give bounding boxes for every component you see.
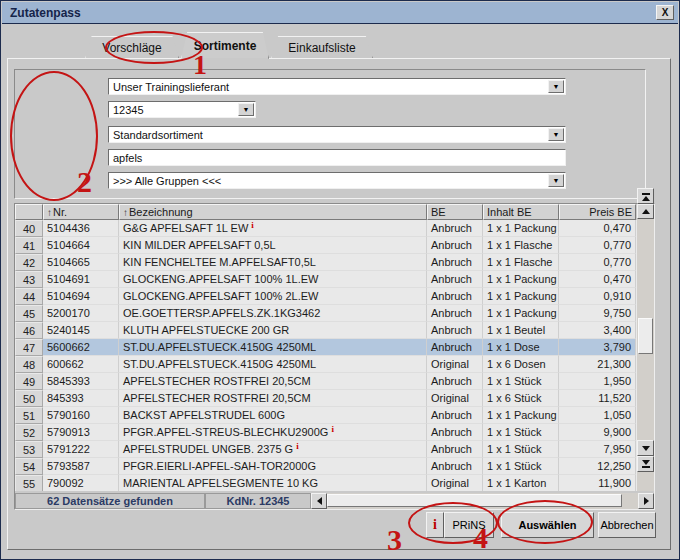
vertical-scroll-thumb[interactable] — [638, 318, 653, 354]
horizontal-scrollbar[interactable] — [327, 493, 638, 509]
cell-nr: 5845393 — [43, 373, 119, 390]
cell-preis-be: 9,900 — [559, 424, 636, 441]
kundennr-select[interactable]: 12345 ▼ — [108, 101, 256, 118]
cell-be: Anbruch — [427, 424, 483, 441]
table-row[interactable]: 49 5845393 APFELSTECHER ROSTFREI 20,5CM … — [15, 373, 637, 390]
sortiment-value: Standardsortiment — [113, 129, 203, 141]
cell-inhalt-be: 1 x 6 Dosen — [483, 356, 559, 373]
header-nr[interactable]: ↑Nr. — [43, 204, 119, 220]
row-number-cell[interactable]: 54 — [15, 458, 43, 475]
table-row[interactable]: 55 790092 MARIENTAL APFELSEGMENTE 10 KG … — [15, 475, 637, 491]
scroll-right-icon[interactable] — [638, 493, 654, 509]
prins-button-label: PRiNS — [452, 519, 485, 531]
row-number-cell[interactable]: 53 — [15, 441, 43, 458]
header-preis-be[interactable]: Preis BE — [559, 204, 636, 220]
table-row[interactable]: 54 5793587 PFGR.EIERLI-APFEL-SAH-TOR2000… — [15, 458, 637, 475]
horizontal-scroll-thumb[interactable] — [327, 494, 622, 507]
row-number-cell[interactable]: 51 — [15, 407, 43, 424]
table-row[interactable]: 53 5791222 APFELSTRUDEL UNGEB. 2375 Gi A… — [15, 441, 637, 458]
scroll-to-bottom-icon[interactable] — [637, 456, 654, 472]
cell-be: Anbruch — [427, 373, 483, 390]
cell-inhalt-be: 1 x 1 Packung — [483, 271, 559, 288]
cell-bezeichnung: BACKST APFELSTRUDEL 600G — [119, 407, 427, 424]
table-header: ↑Nr. ↑Bezeichnung BE Inhalt BE Preis BE — [15, 204, 637, 220]
auswaehlen-button[interactable]: Auswählen — [501, 512, 594, 538]
row-number-cell[interactable]: 42 — [15, 254, 43, 271]
cell-inhalt-be: 1 x 1 Flasche — [483, 254, 559, 271]
cell-be: Anbruch — [427, 458, 483, 475]
search-input[interactable]: apfels — [108, 149, 566, 166]
table-row[interactable]: 51 5790160 BACKST APFELSTRUDEL 600G Anbr… — [15, 407, 637, 424]
cell-bezeichnung: KIN MILDER APFELSAFT 0,5L — [119, 237, 427, 254]
row-number-cell[interactable]: 47 — [15, 339, 43, 356]
cell-bezeichnung: GLOCKENG.APFELSAFT 100% 1L.EW — [119, 271, 427, 288]
table-row[interactable]: 44 5104694 GLOCKENG.APFELSAFT 100% 2L.EW… — [15, 288, 637, 305]
prins-button[interactable]: PRiNS — [444, 512, 494, 538]
row-number-cell[interactable]: 44 — [15, 288, 43, 305]
row-number-cell[interactable]: 41 — [15, 237, 43, 254]
title-bar[interactable]: Zutatenpass X — [2, 2, 678, 24]
cell-preis-be: 11,900 — [559, 475, 636, 491]
cell-be: Anbruch — [427, 220, 483, 237]
row-number-cell[interactable]: 55 — [15, 475, 43, 491]
row-number-cell[interactable]: 49 — [15, 373, 43, 390]
table-row[interactable]: 40 5104436 G&G APFELSAFT 1L EWi Anbruch … — [15, 220, 637, 237]
close-icon[interactable]: X — [656, 5, 674, 20]
sortiment-select[interactable]: Standardsortiment ▼ — [108, 126, 566, 143]
row-number-cell[interactable]: 43 — [15, 271, 43, 288]
abbrechen-button[interactable]: Abbrechen — [598, 512, 656, 538]
cell-nr: 5104664 — [43, 237, 119, 254]
info-button[interactable]: i — [426, 512, 444, 538]
cell-inhalt-be: 1 x 1 Packung — [483, 220, 559, 237]
chevron-down-icon[interactable]: ▼ — [548, 128, 564, 141]
cell-preis-be: 7,950 — [559, 441, 636, 458]
table-row[interactable]: 46 5240145 KLUTH APFELSTUECKE 200 GR Anb… — [15, 322, 637, 339]
row-number-cell[interactable]: 48 — [15, 356, 43, 373]
header-inhalt-be[interactable]: Inhalt BE — [483, 204, 559, 220]
table-row[interactable]: 48 600662 ST.DU.APFELSTUECK.4150G 4250ML… — [15, 356, 637, 373]
tab-vorschlaege[interactable]: Vorschläge — [85, 36, 179, 59]
header-be[interactable]: BE — [427, 204, 483, 220]
cell-nr: 5104665 — [43, 254, 119, 271]
table-row[interactable]: 42 5104665 KIN FENCHELTEE M.APFELSAFT0,5… — [15, 254, 637, 271]
cell-be: Anbruch — [427, 288, 483, 305]
row-number-cell[interactable]: 52 — [15, 424, 43, 441]
zutatenpass-dialog: Zutatenpass X Vorschläge Sortimente Eink… — [0, 0, 680, 560]
row-number-cell[interactable]: 46 — [15, 322, 43, 339]
lieferant-value: Unser Trainingslieferant — [113, 81, 229, 93]
row-number-cell[interactable]: 45 — [15, 305, 43, 322]
cell-inhalt-be: 1 x 1 Flasche — [483, 237, 559, 254]
scroll-up-icon[interactable] — [637, 204, 654, 219]
table-row[interactable]: 43 5104691 GLOCKENG.APFELSAFT 100% 1L.EW… — [15, 271, 637, 288]
vertical-scrollbar[interactable] — [637, 204, 654, 491]
table-row[interactable]: 41 5104664 KIN MILDER APFELSAFT 0,5L Anb… — [15, 237, 637, 254]
row-number-cell[interactable]: 40 — [15, 220, 43, 237]
tab-einkaufsliste[interactable]: Einkaufsliste — [271, 36, 373, 59]
chevron-down-icon[interactable]: ▼ — [548, 80, 564, 93]
cell-nr: 600662 — [43, 356, 119, 373]
cell-be: Anbruch — [427, 407, 483, 424]
cell-be: Anbruch — [427, 305, 483, 322]
scroll-left-icon[interactable] — [311, 493, 327, 509]
cell-preis-be: 0,770 — [559, 254, 636, 271]
cell-be: Original — [427, 475, 483, 491]
table-row[interactable]: 45 5200170 OE.GOETTERSP.APFELS.ZK.1KG346… — [15, 305, 637, 322]
chevron-down-icon[interactable]: ▼ — [238, 103, 254, 116]
header-bezeichnung[interactable]: ↑Bezeichnung — [119, 204, 427, 220]
lieferant-select[interactable]: Unser Trainingslieferant ▼ — [108, 78, 566, 95]
row-number-cell[interactable]: 50 — [15, 390, 43, 407]
scroll-down-icon[interactable] — [637, 440, 654, 456]
cell-bezeichnung: G&G APFELSAFT 1L EWi — [119, 220, 427, 237]
tab-sortimente[interactable]: Sortimente — [181, 32, 269, 59]
table-row[interactable]: 50 845393 APFELSTECHER ROSTFREI 20,5CM O… — [15, 390, 637, 407]
gruppe-select[interactable]: >>> Alle Gruppen <<< ▼ — [108, 172, 566, 189]
cell-inhalt-be: 1 x 1 Beutel — [483, 322, 559, 339]
cell-be: Anbruch — [427, 237, 483, 254]
chevron-down-icon[interactable]: ▼ — [548, 174, 564, 187]
cell-preis-be: 1,050 — [559, 407, 636, 424]
cell-bezeichnung: PFGR.EIERLI-APFEL-SAH-TOR2000G — [119, 458, 427, 475]
table-row[interactable]: 47 5600662 ST.DU.APFELSTUECK.4150G 4250M… — [15, 339, 637, 356]
cell-inhalt-be: 1 x 1 Stück — [483, 424, 559, 441]
scroll-to-top-icon[interactable] — [637, 188, 654, 204]
table-row[interactable]: 52 5790913 PFGR.APFEL-STREUS-BLECHKU2900… — [15, 424, 637, 441]
